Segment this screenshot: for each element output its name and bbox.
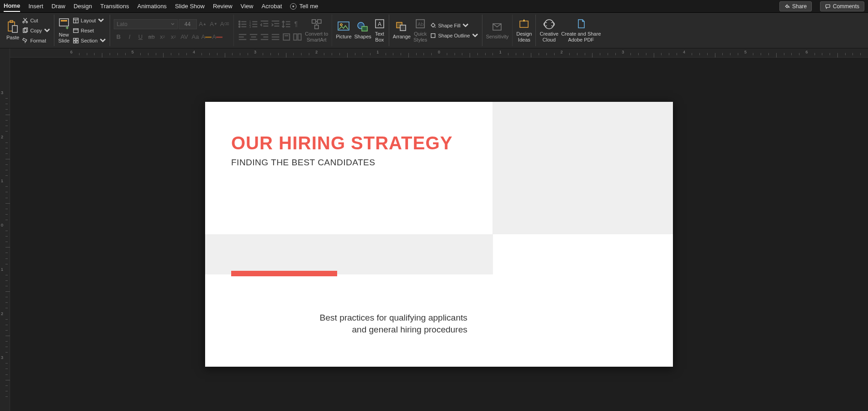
workspace: 3210123 6543210123456 OUR HIRING STRATEG…: [0, 48, 868, 411]
tell-me[interactable]: Tell me: [290, 1, 318, 11]
creative-cloud-button[interactable]: Creative Cloud: [540, 18, 558, 42]
cc-label: Creative Cloud: [540, 31, 558, 42]
picture-button[interactable]: Picture: [336, 21, 351, 39]
svg-text:3: 3: [249, 25, 251, 28]
quickstyles-icon: Ab: [415, 18, 426, 30]
ribbon: Paste Cut Copy Format New Slide Layout R…: [0, 13, 868, 48]
sensitivity-icon: [491, 21, 503, 33]
shapes-icon: [356, 21, 369, 33]
tab-draw[interactable]: Draw: [52, 1, 65, 11]
adobe-pdf-button[interactable]: Create and Share Adobe PDF: [561, 18, 601, 42]
svg-rect-53: [283, 34, 290, 40]
quick-styles-button[interactable]: Ab Quick Styles: [413, 18, 427, 42]
svg-rect-16: [76, 38, 78, 40]
share-button[interactable]: Share: [779, 1, 812, 11]
italic-button[interactable]: I: [125, 32, 135, 42]
tab-slideshow[interactable]: Slide Show: [175, 1, 205, 11]
convert-smartart-button[interactable]: Convert to SmartArt: [305, 18, 328, 42]
highlight-button[interactable]: A: [201, 32, 212, 42]
bold-button[interactable]: B: [114, 32, 124, 42]
superscript-button[interactable]: x2: [169, 32, 179, 42]
svg-rect-0: [826, 5, 830, 7]
comments-button[interactable]: Comments: [820, 1, 864, 11]
arrange-button[interactable]: Arrange: [393, 21, 411, 39]
align-center-button[interactable]: [249, 32, 259, 42]
font-color-button[interactable]: A: [212, 32, 222, 42]
change-case-button[interactable]: Aa: [191, 32, 201, 42]
arrange-label: Arrange: [393, 34, 411, 39]
svg-point-74: [545, 20, 554, 29]
align-right-button[interactable]: [259, 32, 270, 42]
align-text-button[interactable]: [281, 32, 291, 42]
slide-canvas[interactable]: OUR HIRING STRATEGY FINDING THE BEST CAN…: [10, 58, 868, 411]
tab-design[interactable]: Design: [74, 1, 92, 11]
shape-outline-button[interactable]: Shape Outline: [430, 31, 478, 40]
tab-insert[interactable]: Insert: [28, 1, 43, 11]
quickstyles-label: Quick Styles: [413, 31, 427, 42]
format-icon: [22, 37, 28, 44]
increase-indent-button[interactable]: [270, 19, 281, 29]
svg-rect-15: [74, 38, 75, 40]
font-size-select[interactable]: 44: [179, 19, 197, 29]
sensitivity-label: Sensitivity: [486, 34, 509, 39]
design-ideas-button[interactable]: Design Ideas: [516, 18, 532, 42]
increase-font-button[interactable]: A▲: [198, 19, 208, 29]
horizontal-ruler: 6543210123456: [10, 48, 868, 58]
svg-rect-17: [74, 41, 75, 42]
text-direction-button[interactable]: ¶: [292, 19, 302, 29]
menu-tabs: Home Insert Draw Design Transitions Anim…: [0, 0, 868, 13]
textbox-button[interactable]: A Text Box: [374, 18, 385, 42]
paste-button[interactable]: Paste: [6, 20, 19, 40]
share-icon: [784, 4, 790, 9]
paragraph-group: 123 ¶ Convert to SmartArt: [234, 15, 333, 46]
decrease-indent-button[interactable]: [259, 19, 270, 29]
clear-format-button[interactable]: A⌫: [220, 19, 230, 29]
tab-transitions[interactable]: Transitions: [100, 1, 129, 11]
slide-title[interactable]: OUR HIRING STRATEGY: [231, 133, 453, 153]
cc-icon: [542, 18, 556, 30]
line-spacing-button[interactable]: [281, 19, 291, 29]
cut-button[interactable]: Cut: [22, 16, 50, 25]
tab-review[interactable]: Review: [213, 1, 233, 11]
cut-icon: [22, 17, 28, 24]
svg-rect-73: [520, 21, 528, 27]
decrease-font-button[interactable]: A▼: [209, 19, 219, 29]
format-painter-button[interactable]: Format: [22, 36, 50, 45]
slide-subtitle[interactable]: FINDING THE BEST CANDIDATES: [231, 158, 375, 168]
chevron-down-icon: [98, 17, 104, 24]
new-slide-button[interactable]: New Slide: [58, 17, 70, 43]
justify-button[interactable]: [270, 32, 281, 42]
tab-animations[interactable]: Animations: [138, 1, 167, 11]
tab-view[interactable]: View: [241, 1, 254, 11]
bullets-button[interactable]: [238, 19, 248, 29]
smartart-icon: [311, 18, 323, 30]
section-button[interactable]: Section: [73, 36, 106, 45]
tab-acrobat[interactable]: Acrobat: [262, 1, 282, 11]
subscript-button[interactable]: x2: [158, 32, 168, 42]
font-name-select[interactable]: Lato: [114, 19, 178, 29]
slide-body-text[interactable]: Best practices for qualifying applicants…: [285, 312, 467, 335]
svg-rect-58: [318, 20, 321, 23]
underline-button[interactable]: U: [136, 32, 146, 42]
font-group: Lato 44 A▲ A▼ A⌫ B I U ab x2 x2 AV Aa A …: [110, 15, 234, 46]
align-left-button[interactable]: [238, 32, 248, 42]
shapes-button[interactable]: Shapes: [355, 21, 371, 39]
copy-button[interactable]: Copy: [22, 26, 50, 35]
columns-button[interactable]: [292, 32, 302, 42]
sensitivity-button[interactable]: Sensitivity: [486, 21, 509, 39]
strike-button[interactable]: ab: [147, 32, 157, 42]
layout-button[interactable]: Layout: [73, 16, 106, 25]
reset-button[interactable]: Reset: [73, 26, 106, 35]
font-name-value: Lato: [117, 21, 127, 27]
slide[interactable]: OUR HIRING STRATEGY FINDING THE BEST CAN…: [205, 102, 673, 367]
tab-home[interactable]: Home: [4, 0, 20, 12]
svg-text:Ab: Ab: [418, 21, 423, 27]
shape-fill-button[interactable]: Shape Fill: [430, 21, 478, 30]
numbering-button[interactable]: 123: [249, 19, 259, 29]
svg-rect-3: [12, 26, 17, 32]
svg-rect-55: [293, 34, 296, 40]
cut-label: Cut: [30, 18, 38, 23]
char-spacing-button[interactable]: AV: [180, 32, 190, 42]
svg-rect-56: [298, 34, 301, 40]
section-label: Section: [81, 38, 98, 43]
